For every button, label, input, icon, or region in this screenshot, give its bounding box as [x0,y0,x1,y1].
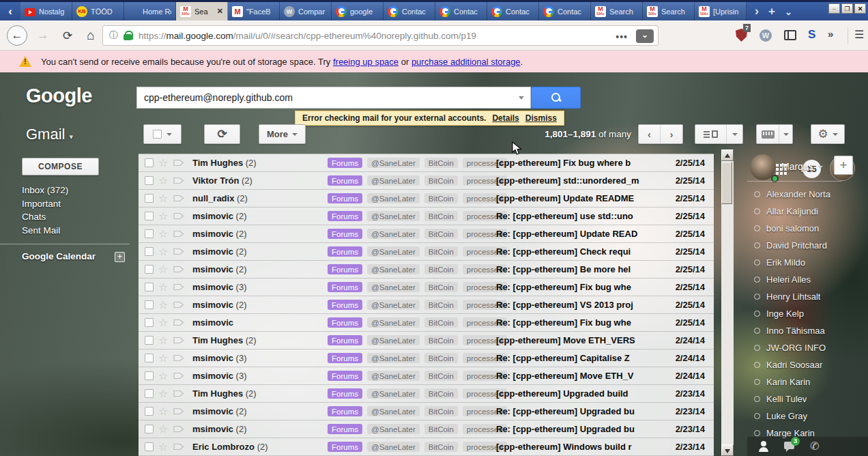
label-sanelater[interactable]: @SaneLater [367,371,420,381]
folder-item[interactable]: Sent Mail [22,224,68,238]
label-bitcoin[interactable]: BitCoin [424,158,458,168]
email-row[interactable]: Viktor Trón (2) Forums @SaneLater BitCoi… [139,172,714,190]
email-checkbox[interactable] [145,212,154,220]
email-row[interactable]: msimovic (2) Forums @SaneLater BitCoin p… [139,243,714,261]
email-row[interactable]: msimovic (2) Forums @SaneLater BitCoin p… [139,403,714,421]
label-bitcoin[interactable]: BitCoin [424,424,458,434]
label-forums[interactable]: Forums [328,335,362,345]
importance-marker-icon[interactable] [173,195,184,202]
input-tools-caret[interactable] [779,133,792,136]
forward-button[interactable]: → [33,25,53,46]
label-sanelater[interactable]: @SaneLater [367,335,420,345]
newer-page-button[interactable]: ‹ [639,125,661,143]
importance-marker-icon[interactable] [173,212,184,220]
email-row[interactable]: Tim Hughes (2) Forums @SaneLater BitCoin… [139,154,714,172]
email-list-scrollbar[interactable] [721,149,734,456]
gmail-logo-menu[interactable]: Gmail ▾ [26,126,73,143]
contact-row[interactable]: Karin Karin [747,373,841,390]
email-row[interactable]: msimovic Forums @SaneLater BitCoin proce… [139,314,714,332]
browser-tab[interactable]: "FaceB [228,2,280,20]
pocket-icon[interactable] [636,29,654,43]
label-forums[interactable]: Forums [328,300,362,310]
browser-tab[interactable]: Search [643,2,695,20]
importance-marker-icon[interactable] [173,443,184,451]
star-icon[interactable] [158,158,170,169]
contact-row[interactable]: Allar Kaljundi [747,203,841,220]
email-row[interactable]: Tim Hughes (2) Forums @SaneLater BitCoin… [139,385,714,403]
hangouts-avatar[interactable] [750,154,776,180]
label-sanelater[interactable]: @SaneLater [367,442,420,452]
star-icon[interactable] [158,442,170,453]
email-checkbox[interactable] [145,300,154,309]
label-bitcoin[interactable]: BitCoin [424,442,458,452]
free-up-space-link[interactable]: freeing up space [333,57,399,67]
label-bitcoin[interactable]: BitCoin [424,264,458,274]
star-icon[interactable] [158,282,170,293]
folder-item[interactable]: Chats [22,210,68,224]
label-bitcoin[interactable]: BitCoin [424,229,458,239]
email-checkbox[interactable] [145,158,154,167]
compose-button[interactable]: COMPOSE [22,158,99,175]
label-sanelater[interactable]: @SaneLater [367,406,420,416]
label-forums[interactable]: Forums [328,211,362,221]
browser-tab[interactable]: Contac [435,2,487,20]
star-icon[interactable] [158,300,170,311]
split-pane-caret[interactable] [727,133,742,136]
star-icon[interactable] [158,175,170,186]
browser-tab[interactable]: Search [591,2,643,20]
email-row[interactable]: Tim Hughes (2) Forums @SaneLater BitCoin… [139,332,714,350]
label-forums[interactable]: Forums [328,175,362,186]
email-checkbox[interactable] [145,247,154,256]
email-checkbox[interactable] [145,389,154,398]
tab-close-icon[interactable] [217,7,223,16]
importance-marker-icon[interactable] [173,230,184,238]
contact-row[interactable]: Luke Gray [747,408,841,425]
select-all-button[interactable] [143,124,182,144]
contact-row[interactable]: Heleri Alles [747,271,841,288]
importance-marker-icon[interactable] [173,372,184,380]
label-sanelater[interactable]: @SaneLater [367,211,420,221]
tab-scroll-left-button[interactable]: ‹ [0,2,20,20]
extension-s-icon[interactable]: S [808,28,815,42]
email-checkbox[interactable] [145,425,154,433]
label-sanelater[interactable]: @SaneLater [367,246,420,257]
scroll-up-icon[interactable] [721,149,734,161]
label-forums[interactable]: Forums [328,317,362,328]
star-icon[interactable] [158,246,170,257]
label-bitcoin[interactable]: BitCoin [424,317,458,328]
google-calendar-link[interactable]: Google Calendar [22,251,96,261]
importance-marker-icon[interactable] [173,425,184,433]
email-checkbox[interactable] [145,229,154,238]
importance-marker-icon[interactable] [173,177,184,184]
label-bitcoin[interactable]: BitCoin [424,353,458,363]
purchase-storage-link[interactable]: purchase additional storage [411,57,521,67]
label-forums[interactable]: Forums [328,406,362,416]
email-row[interactable]: msimovic (2) Forums @SaneLater BitCoin p… [139,261,714,279]
scrollbar-thumb[interactable] [721,162,732,204]
contact-row[interactable]: Kadri Soosaar [747,356,841,373]
star-icon[interactable] [158,335,170,346]
importance-marker-icon[interactable] [173,354,184,362]
label-forums[interactable]: Forums [328,388,362,399]
label-sanelater[interactable]: @SaneLater [367,424,420,434]
search-input[interactable] [137,87,530,108]
new-tab-button[interactable] [768,2,775,20]
label-sanelater[interactable]: @SaneLater [367,193,420,203]
scrollbar-track[interactable] [721,161,734,444]
email-row[interactable]: msimovic (3) Forums @SaneLater BitCoin p… [139,350,714,367]
contact-row[interactable]: Inge Kelp [747,305,841,322]
star-icon[interactable] [158,353,170,364]
search-dropdown-icon[interactable] [519,96,524,100]
browser-tab[interactable]: Contac [384,2,435,20]
label-sanelater[interactable]: @SaneLater [367,158,420,168]
label-bitcoin[interactable]: BitCoin [424,211,458,221]
star-icon[interactable] [158,317,170,328]
label-bitcoin[interactable]: BitCoin [424,388,458,399]
email-checkbox[interactable] [145,371,154,380]
star-icon[interactable] [158,406,170,417]
scroll-down-icon[interactable] [721,444,734,456]
email-row[interactable]: msimovic (3) Forums @SaneLater BitCoin p… [139,279,714,296]
importance-marker-icon[interactable] [173,408,184,415]
email-row[interactable]: msimovic (2) Forums @SaneLater BitCoin p… [139,225,714,243]
label-sanelater[interactable]: @SaneLater [367,282,420,292]
